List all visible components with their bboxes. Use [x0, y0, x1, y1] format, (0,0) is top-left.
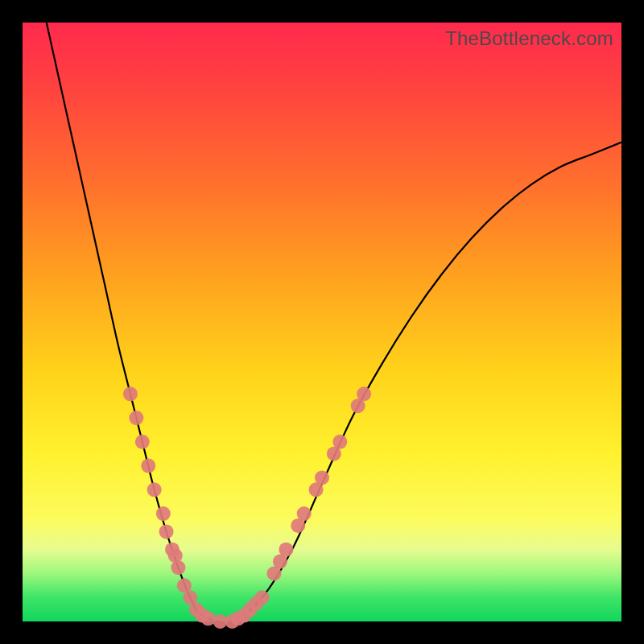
data-marker: [123, 386, 138, 401]
data-marker: [297, 506, 312, 521]
data-marker: [315, 470, 329, 485]
data-marker: [171, 560, 185, 575]
frame: TheBottleneck.com: [0, 0, 644, 644]
data-marker: [332, 435, 347, 449]
data-marker: [156, 506, 171, 521]
data-marker: [357, 386, 371, 401]
data-marker: [147, 482, 162, 497]
data-marker: [279, 543, 293, 557]
data-marker: [141, 459, 155, 473]
data-marker: [159, 524, 174, 539]
data-marker: [255, 590, 270, 605]
plot-area: TheBottleneck.com: [23, 23, 621, 621]
curve-layer: [23, 23, 621, 621]
data-marker: [129, 411, 143, 425]
bottleneck-curve: [47, 23, 621, 622]
marker-group: [123, 386, 371, 629]
data-marker: [135, 435, 150, 449]
